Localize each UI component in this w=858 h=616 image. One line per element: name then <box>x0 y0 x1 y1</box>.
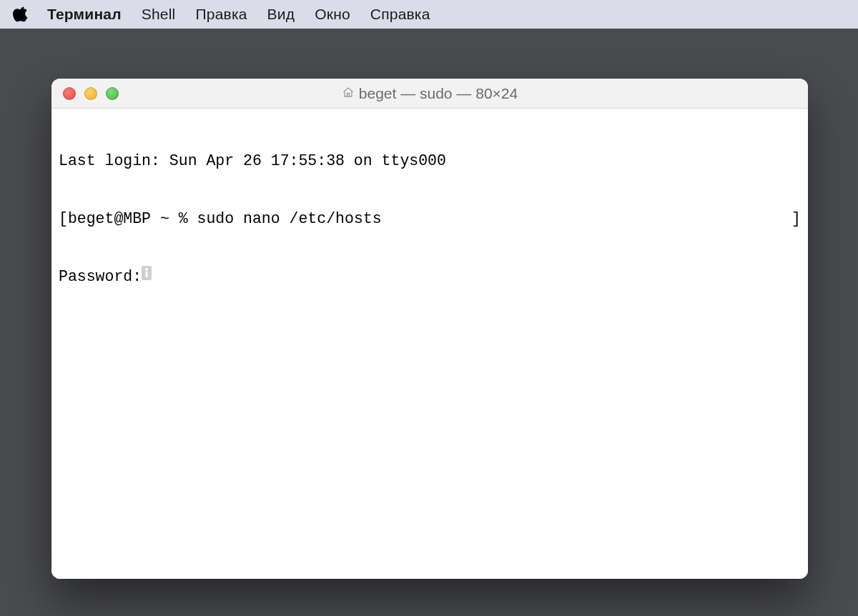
menu-help[interactable]: Справка <box>360 6 440 23</box>
prompt-user-host: beget@MBP <box>68 210 151 227</box>
home-icon <box>342 85 355 102</box>
prompt-command: sudo nano /etc/hosts <box>197 210 382 227</box>
key-icon <box>142 266 152 280</box>
prompt-left-bracket: [ <box>59 210 68 227</box>
terminal-viewport[interactable]: Last login: Sun Apr 26 17:55:38 on ttys0… <box>51 109 808 579</box>
macos-menu-bar: Терминал Shell Правка Вид Окно Справка <box>0 0 858 29</box>
close-button[interactable] <box>63 87 76 100</box>
menu-window[interactable]: Окно <box>305 6 360 23</box>
apple-menu-icon[interactable] <box>13 5 29 24</box>
window-title-text: beget — sudo — 80×24 <box>359 85 518 102</box>
menu-app-name[interactable]: Терминал <box>41 6 132 23</box>
window-titlebar[interactable]: beget — sudo — 80×24 <box>51 79 808 109</box>
minimize-button[interactable] <box>84 87 97 100</box>
menu-shell[interactable]: Shell <box>132 6 186 23</box>
terminal-password-line: Password: <box>59 267 801 287</box>
password-label: Password: <box>59 267 142 287</box>
maximize-button[interactable] <box>106 87 119 100</box>
terminal-line-last-login: Last login: Sun Apr 26 17:55:38 on ttys0… <box>59 151 801 171</box>
terminal-window: beget — sudo — 80×24 Last login: Sun Apr… <box>51 79 808 579</box>
menu-edit[interactable]: Правка <box>185 6 257 23</box>
traffic-lights <box>51 87 119 100</box>
window-title: beget — sudo — 80×24 <box>51 85 808 102</box>
menu-view[interactable]: Вид <box>257 6 305 23</box>
prompt-right-bracket: ] <box>382 209 801 229</box>
prompt-path: ~ % <box>151 210 197 227</box>
terminal-prompt-line: [beget@MBP ~ % sudo nano /etc/hosts ] <box>59 209 801 229</box>
